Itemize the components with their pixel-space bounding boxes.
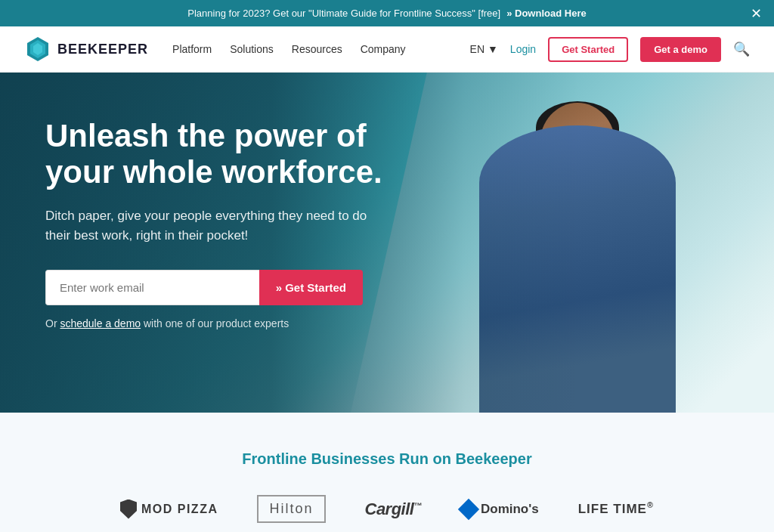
cargill-label: Cargill [365, 500, 414, 518]
lifetime-label: LIFE TIME® [578, 502, 654, 516]
nav-company[interactable]: Company [361, 43, 406, 55]
hero-subtitle: Ditch paper, give your people everything… [45, 206, 378, 246]
logo-cargill: Cargill™ [365, 500, 422, 519]
hilton-label: Hilton [269, 501, 313, 516]
dominos-diamond-icon [458, 498, 479, 519]
banner-text: Planning for 2023? Get our "Ultimate Gui… [187, 8, 500, 19]
get-demo-nav-button[interactable]: Get a demo [640, 37, 721, 62]
get-started-nav-button[interactable]: Get Started [548, 37, 628, 62]
navbar: BEEKEEPER Platform Solutions Resources C… [0, 26, 774, 73]
logos-row: MOD PIZZA Hilton Cargill™ Domino's LIFE … [30, 495, 744, 523]
hero-demo-text: Or schedule a demo with one of our produ… [45, 317, 393, 329]
nav-right: EN ▼ Login Get Started Get a demo 🔍 [470, 37, 750, 62]
lang-label: EN [470, 43, 485, 55]
schedule-demo-link[interactable]: schedule a demo [60, 317, 141, 329]
demo-suffix: with one of our product experts [144, 317, 289, 329]
nav-solutions[interactable]: Solutions [230, 43, 274, 55]
nav-links: Platform Solutions Resources Company [172, 43, 446, 55]
mod-pizza-label: MOD PIZZA [141, 503, 218, 516]
shield-icon [120, 500, 137, 519]
logo-dominos: Domino's [461, 502, 539, 517]
hero-cta-button[interactable]: » Get Started [259, 270, 363, 305]
language-selector[interactable]: EN ▼ [470, 43, 498, 55]
email-input[interactable] [45, 270, 259, 305]
dominos-label: Domino's [481, 502, 539, 517]
nav-resources[interactable]: Resources [292, 43, 342, 55]
hero-section: Unleash the power of your whole workforc… [0, 73, 774, 413]
banner-close-button[interactable]: ✕ [751, 7, 762, 20]
logo-text: BEEKEEPER [57, 42, 148, 57]
logo-mod-pizza: MOD PIZZA [120, 500, 218, 519]
chevron-down-icon: ▼ [488, 43, 498, 55]
logo-hilton: Hilton [257, 495, 325, 523]
logo-lifetime: LIFE TIME® [578, 501, 654, 518]
top-banner: Planning for 2023? Get our "Ultimate Gui… [0, 0, 774, 26]
logos-heading: Frontline Businesses Run on Beekeeper [30, 450, 744, 468]
banner-cta[interactable]: » Download Here [506, 8, 586, 19]
hero-title: Unleash the power of your whole workforc… [45, 118, 393, 191]
search-icon[interactable]: 🔍 [733, 41, 750, 57]
nav-platform[interactable]: Platform [172, 43, 212, 55]
hero-content: Unleash the power of your whole workforc… [0, 73, 438, 375]
logo-link[interactable]: BEEKEEPER [24, 36, 148, 63]
logo-icon [24, 36, 51, 63]
demo-prefix: Or [45, 317, 57, 329]
login-link[interactable]: Login [510, 43, 536, 55]
logos-section: Frontline Businesses Run on Beekeeper MO… [0, 413, 774, 532]
hero-form: » Get Started [45, 270, 363, 305]
